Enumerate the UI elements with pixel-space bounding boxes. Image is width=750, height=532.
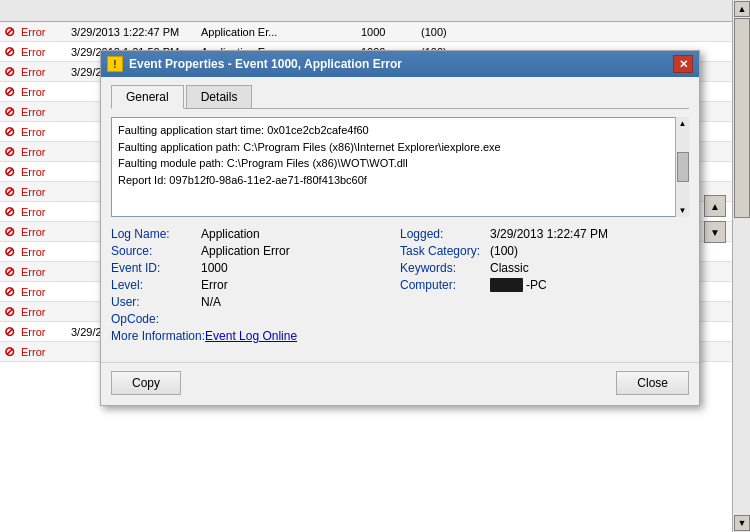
- user-label: User:: [111, 295, 201, 309]
- row-type: Error: [21, 226, 71, 238]
- row-date: 3/29/2013 1:22:47 PM: [71, 26, 201, 38]
- text-line-4: Report Id: 097b12f0-98a6-11e2-ae71-f80f4…: [118, 172, 682, 189]
- source-row: Source: Application Error: [111, 244, 400, 258]
- info-right-col: Logged: 3/29/2013 1:22:47 PM Task Catego…: [400, 227, 689, 346]
- source-value: Application Error: [201, 244, 290, 258]
- nav-arrows: ▲ ▼: [704, 195, 726, 243]
- event-id-row: Event ID: 1000: [111, 261, 400, 275]
- more-info-label: More Information:: [111, 329, 205, 343]
- source-label: Source:: [111, 244, 201, 258]
- textbox-scroll-down[interactable]: ▼: [679, 206, 687, 215]
- row-type: Error: [21, 206, 71, 218]
- row-type: Error: [21, 26, 71, 38]
- row-type: Error: [21, 286, 71, 298]
- close-button[interactable]: Close: [616, 371, 689, 395]
- table-row[interactable]: ⊘ Error 3/29/2013 1:22:47 PM Application…: [0, 22, 750, 42]
- error-icon: ⊘: [4, 44, 15, 59]
- event-info-grid: Log Name: Application Source: Applicatio…: [111, 227, 689, 346]
- opcode-label: OpCode:: [111, 312, 201, 326]
- opcode-row: OpCode:: [111, 312, 400, 326]
- textbox-scroll-up[interactable]: ▲: [679, 119, 687, 128]
- level-label: Level:: [111, 278, 201, 292]
- dialog-close-button[interactable]: ✕: [673, 55, 693, 73]
- level-value: Error: [201, 278, 228, 292]
- keywords-value: Classic: [490, 261, 529, 275]
- textbox-scroll-thumb[interactable]: [677, 152, 689, 182]
- dialog-title-bar[interactable]: ! Event Properties - Event 1000, Applica…: [101, 51, 699, 77]
- tab-general[interactable]: General: [111, 85, 184, 109]
- computer-label: Computer:: [400, 278, 490, 292]
- scroll-down-button[interactable]: ▼: [734, 515, 750, 531]
- info-left-col: Log Name: Application Source: Applicatio…: [111, 227, 400, 346]
- error-icon: ⊘: [4, 304, 15, 319]
- keywords-label: Keywords:: [400, 261, 490, 275]
- error-icon: ⊘: [4, 284, 15, 299]
- computer-value: -PC: [490, 278, 547, 292]
- text-line-2: Faulting application path: C:\Program Fi…: [118, 139, 682, 156]
- nav-down-button[interactable]: ▼: [704, 221, 726, 243]
- nav-up-button[interactable]: ▲: [704, 195, 726, 217]
- logged-label: Logged:: [400, 227, 490, 241]
- error-icon: ⊘: [4, 104, 15, 119]
- logged-row: Logged: 3/29/2013 1:22:47 PM: [400, 227, 689, 241]
- event-id-label: Event ID:: [111, 261, 201, 275]
- error-icon: ⊘: [4, 24, 15, 39]
- error-icon: ⊘: [4, 324, 15, 339]
- dialog-title: Event Properties - Event 1000, Applicati…: [129, 57, 673, 71]
- tab-bar: General Details: [111, 85, 689, 109]
- tab-details[interactable]: Details: [186, 85, 253, 108]
- error-icon: ⊘: [4, 64, 15, 79]
- textbox-scrollbar[interactable]: ▲ ▼: [675, 117, 689, 217]
- dialog-icon: !: [107, 56, 123, 72]
- event-log-online-link[interactable]: Event Log Online: [205, 329, 297, 343]
- log-name-label: Log Name:: [111, 227, 201, 241]
- table-header: [0, 0, 750, 22]
- task-category-row: Task Category: (100): [400, 244, 689, 258]
- computer-suffix: -PC: [526, 278, 547, 292]
- row-type: Error: [21, 86, 71, 98]
- task-category-value: (100): [490, 244, 518, 258]
- logged-value: 3/29/2013 1:22:47 PM: [490, 227, 608, 241]
- row-type: Error: [21, 326, 71, 338]
- scroll-up-button[interactable]: ▲: [734, 1, 750, 17]
- task-category-label: Task Category:: [400, 244, 490, 258]
- row-type: Error: [21, 66, 71, 78]
- error-icon: ⊘: [4, 164, 15, 179]
- main-scrollbar[interactable]: ▲ ▼: [732, 0, 750, 532]
- row-type: Error: [21, 306, 71, 318]
- text-box-container: Faulting application start time: 0x01ce2…: [111, 117, 689, 217]
- row-cat: (100): [421, 26, 471, 38]
- scroll-thumb[interactable]: [734, 18, 750, 218]
- error-icon: ⊘: [4, 184, 15, 199]
- computer-row: Computer: -PC: [400, 278, 689, 292]
- dialog-body: General Details Faulting application sta…: [101, 77, 699, 362]
- copy-button[interactable]: Copy: [111, 371, 181, 395]
- event-description-textbox[interactable]: Faulting application start time: 0x01ce2…: [111, 117, 689, 217]
- log-name-row: Log Name: Application: [111, 227, 400, 241]
- text-line-1: Faulting application start time: 0x01ce2…: [118, 122, 682, 139]
- user-row: User: N/A: [111, 295, 400, 309]
- computer-redacted: [490, 278, 523, 292]
- error-icon: ⊘: [4, 224, 15, 239]
- level-row: Level: Error: [111, 278, 400, 292]
- log-name-value: Application: [201, 227, 260, 241]
- error-icon: ⊘: [4, 204, 15, 219]
- text-line-3: Faulting module path: C:\Program Files (…: [118, 155, 682, 172]
- error-icon: ⊘: [4, 244, 15, 259]
- user-value: N/A: [201, 295, 221, 309]
- row-source: Application Er...: [201, 26, 361, 38]
- event-id-value: 1000: [201, 261, 228, 275]
- error-icon: ⊘: [4, 124, 15, 139]
- error-icon: ⊘: [4, 84, 15, 99]
- row-type: Error: [21, 266, 71, 278]
- row-type: Error: [21, 186, 71, 198]
- row-type: Error: [21, 166, 71, 178]
- keywords-row: Keywords: Classic: [400, 261, 689, 275]
- row-id: 1000: [361, 26, 421, 38]
- row-type: Error: [21, 126, 71, 138]
- dialog-footer: Copy Close: [101, 362, 699, 405]
- error-icon: ⊘: [4, 264, 15, 279]
- row-type: Error: [21, 106, 71, 118]
- more-info-row: More Information: Event Log Online: [111, 329, 400, 343]
- row-type: Error: [21, 346, 71, 358]
